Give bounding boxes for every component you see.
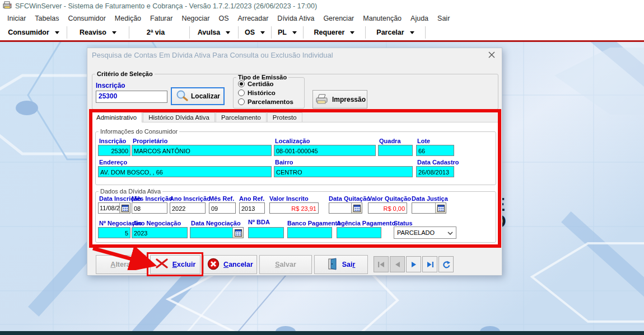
localizacao-label: Localização [275,138,310,144]
consumer-groupbox: Informações do Consumidor Inscrição Prop… [95,128,496,185]
num-bda-label: Nº BDA [248,219,270,225]
data-quitacao-field[interactable] [329,202,362,214]
ano-inscricao-field[interactable]: 2022 [170,202,206,214]
tab-historico-divida-ativa[interactable]: Histórico Dívida Ativa [143,112,215,122]
inscricao-search-input[interactable]: 25300 [96,91,167,103]
banco-pagamento-field[interactable] [287,227,332,238]
alterar-button[interactable]: Alterar [96,255,148,274]
calendar-icon[interactable] [435,203,446,213]
bairro-field[interactable]: CENTRO [274,166,413,177]
agencia-pagamento-field[interactable] [337,227,381,238]
toolbar-os-button[interactable]: OS [240,26,269,39]
exit-door-icon [327,258,338,272]
toolbar-requerer-button[interactable]: Requerer [305,26,363,39]
proprietario-field[interactable]: MARCOS ANTÔNIO [132,145,272,156]
ano-ref-label: Ano Ref. [239,195,264,202]
menubar: Iniciar Tabelas Consumidor Medição Fatur… [0,12,644,25]
printer-icon [314,93,329,106]
menu-gerenciar[interactable]: Gerenciar [319,15,358,22]
radio-historico[interactable]: Histórico [238,89,276,96]
refresh-icon[interactable] [438,256,454,272]
tab-parcelamento[interactable]: Parcelamento [216,112,267,122]
emission-type-groupbox: Tipo de Emissão Certidão Histórico Parce… [233,74,305,108]
radio-icon [238,89,245,96]
inscricao-label: Inscrição [99,138,126,144]
dropdown-arrow-icon [260,31,265,34]
tab-protesto[interactable]: Protesto [267,112,302,122]
valor-inscrito-field[interactable]: R$ 23,91 [269,202,319,214]
ano-negociacao-field[interactable]: 2023 [132,227,188,238]
quadra-field[interactable] [378,145,413,156]
toolbar-2avia-button[interactable]: 2ª via [131,26,180,39]
inscricao-field[interactable]: 25300 [98,145,130,156]
data-cadastro-label: Data Cadastro [417,159,459,166]
mes-ref-field[interactable]: 09 [209,202,236,214]
menu-ajuda[interactable]: Ajuda [406,15,433,22]
dropdown-arrow-icon [226,31,230,34]
valor-quitacao-label: Valor Quitação [368,195,411,202]
toolbar: Consumidor Reaviso 2ª via Avulsa OS PL R… [0,25,644,42]
bairro-label: Bairro [275,159,293,166]
toolbar-separator [303,26,304,39]
localizacao-field[interactable]: 08-001-000045 [274,145,376,156]
menu-divida-ativa[interactable]: Dívida Ativa [273,15,319,22]
dropdown-arrow-icon [112,31,116,34]
toolbar-consumidor-button[interactable]: Consumidor [2,26,65,39]
toolbar-separator [189,26,190,39]
impressao-button[interactable]: Impressão [312,90,367,108]
dropdown-arrow-icon [55,31,59,34]
ano-ref-field[interactable]: 2013 [239,202,265,214]
toolbar-avulsa-button[interactable]: Avulsa [192,26,236,39]
toolbar-pl-button[interactable]: PL [273,26,301,39]
menu-consumidor[interactable]: Consumidor [63,15,110,22]
nav-previous-button[interactable] [390,256,405,272]
endereco-field[interactable]: AV. DOM BOSCO, , 66 [98,166,272,177]
dialog-title: Pesquisa de Contas Em Dívida Ativa Para … [92,51,333,59]
calendar-icon[interactable] [351,203,362,213]
menu-manutencao[interactable]: Manutenção [358,15,406,22]
data-cadastro-field[interactable]: 26/08/2013 [416,166,454,177]
menu-arrecadar[interactable]: Arrecadar [233,15,273,22]
toolbar-reaviso-button[interactable]: Reaviso [69,26,127,39]
calendar-icon[interactable] [119,203,130,213]
calendar-icon[interactable] [232,228,243,238]
nav-last-button[interactable] [422,256,437,272]
ano-inscricao-label: Ano Inscrição [170,195,211,202]
ano-negociacao-label: Ano Negociação [133,220,181,227]
data-negociacao-field[interactable] [190,227,244,238]
num-bda-field[interactable] [248,227,284,238]
cancelar-button[interactable]: Cancelar [203,255,257,274]
excluir-button[interactable]: Excluir [150,255,200,274]
menu-os[interactable]: OS [214,15,233,22]
menu-sair[interactable]: Sair [433,15,454,22]
mes-inscricao-field[interactable]: 08 [132,202,167,214]
menu-faturar[interactable]: Faturar [146,15,177,22]
mes-ref-label: Mês Ref. [209,195,234,202]
nav-first-button[interactable] [374,256,389,272]
menu-iniciar[interactable]: Iniciar [3,15,30,22]
menu-medicao[interactable]: Medição [110,15,146,22]
debt-groupbox: Dados da Dívida Ativa Data Inscrição Mês… [95,188,496,243]
data-negociacao-label: Data Negociação [191,220,241,227]
lote-label: Lote [417,138,430,144]
radio-certidao[interactable]: Certidão [238,81,274,87]
data-justica-field[interactable] [412,202,446,214]
agencia-pagamento-label: Agência Pagamento [337,220,395,227]
nav-next-button[interactable] [406,256,421,272]
sair-button[interactable]: Sair [314,255,368,274]
tab-administrativo[interactable]: Administrativo [91,111,142,122]
num-negociacao-field[interactable]: 5 [98,227,130,238]
menu-negociar[interactable]: Negociar [177,15,214,22]
menu-tabelas[interactable]: Tabelas [30,15,63,22]
lote-field[interactable]: 66 [416,145,454,156]
status-dropdown[interactable]: PARCELADO [394,227,456,239]
close-icon[interactable] [487,50,496,59]
data-inscricao-field[interactable]: 11/08/202 [98,202,130,214]
cancel-icon [207,258,220,272]
localizar-button[interactable]: Localizar [171,87,225,105]
toolbar-parcelar-button[interactable]: Parcelar [367,26,423,39]
banco-pagamento-label: Banco Pagamento [287,220,341,227]
valor-quitacao-field[interactable]: R$ 0,00 [368,202,407,214]
salvar-button[interactable]: Salvar [259,255,312,274]
radio-parcelamentos[interactable]: Parcelamentos [238,98,293,105]
